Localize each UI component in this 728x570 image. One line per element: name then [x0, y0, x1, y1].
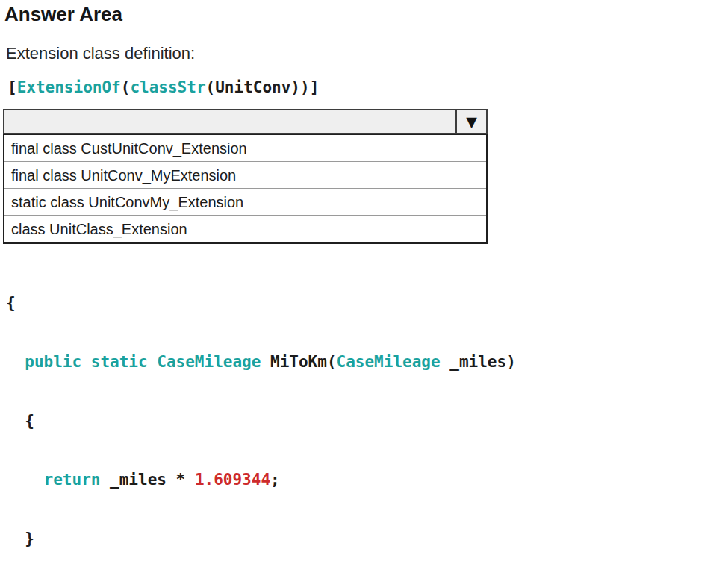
extension-class-options-list: final class CustUnitConv_Extension final… — [3, 134, 488, 244]
dropdown-option-final-class-unitconv-myextension[interactable]: final class UnitConv_MyExtension — [4, 162, 486, 189]
page-title: Answer Area — [4, 3, 725, 26]
dropdown-option-final-class-custunitconv-extension[interactable]: final class CustUnitConv_Extension — [4, 135, 486, 162]
code-line-inner-close-brace: } — [6, 527, 725, 551]
code-line-open-brace: { — [6, 292, 725, 315]
extension-class-selected-value — [4, 110, 455, 133]
extension-class-definition-label: Extension class definition: — [6, 44, 725, 63]
method-definition-code-block: { public static CaseMileage MiToKm(CaseM… — [6, 256, 725, 570]
extension-attribute-code-line: [ExtensionOf(classStr(UnitConv))] — [7, 78, 725, 96]
chevron-down-icon: ▼ — [466, 115, 477, 129]
code-line-inner-open-brace: { — [6, 410, 725, 433]
dropdown-option-class-unitclass-extension[interactable]: class UnitClass_Extension — [4, 216, 486, 242]
dropdown-option-static-class-unitconvmy-extension[interactable]: static class UnitConvMy_Extension — [4, 189, 486, 216]
extension-class-dropdown-button[interactable]: ▼ — [455, 110, 486, 133]
extension-class-dropdown: ▼ final class CustUnitConv_Extension fin… — [3, 109, 488, 244]
extension-class-select[interactable]: ▼ — [3, 109, 488, 134]
code-line-method-signature: public static CaseMileage MiToKm(CaseMil… — [6, 351, 725, 374]
answer-area: Answer Area Extension class definition: … — [0, 0, 728, 570]
code-line-return-statement: return _miles * 1.609344; — [6, 469, 725, 492]
